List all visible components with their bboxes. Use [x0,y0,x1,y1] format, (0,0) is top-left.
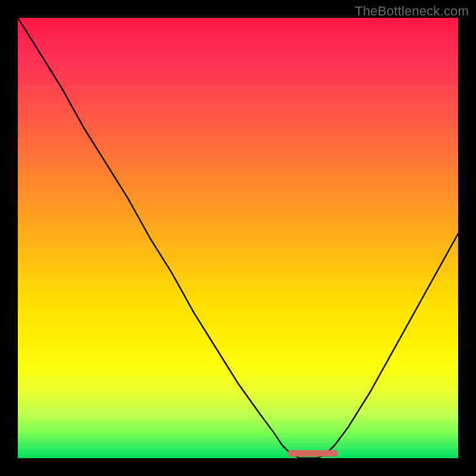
gradient-background [18,18,458,458]
chart-frame: TheBottleneck.com [0,0,476,476]
plot-area [18,18,458,458]
watermark-text: TheBottleneck.com [355,4,469,19]
